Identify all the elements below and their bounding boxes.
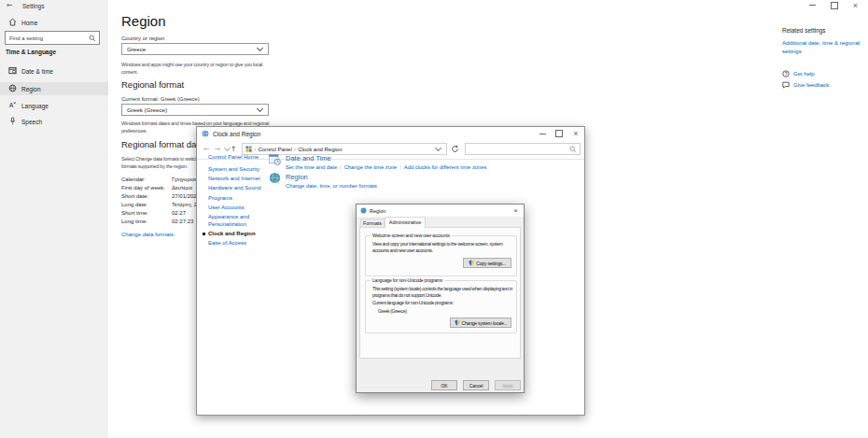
nav-forward-icon[interactable]: → xyxy=(215,145,220,153)
address-chevron-icon[interactable] xyxy=(435,145,441,151)
settings-window-title: Settings xyxy=(22,3,45,9)
desktop: { "icons": {"back":"←","forward":"→","up… xyxy=(0,0,868,438)
cp-sidebar-network-internet[interactable]: Network and Internet xyxy=(208,176,264,183)
maximize-icon xyxy=(831,2,838,9)
country-label: Country or region xyxy=(121,35,164,41)
cp-window-controls: × xyxy=(534,128,584,139)
control-panel-icon xyxy=(245,146,252,152)
refresh-button[interactable] xyxy=(451,145,459,154)
welcome-group-text: View and copy your international setting… xyxy=(372,241,512,253)
region-dialog-icon xyxy=(360,207,367,214)
cp-sidebar-home[interactable]: Control Panel Home xyxy=(208,154,259,160)
cp-close-button[interactable]: × xyxy=(567,128,584,139)
tab-formats[interactable]: Formats xyxy=(360,219,385,228)
refresh-icon xyxy=(451,145,459,153)
close-icon: × xyxy=(573,131,578,136)
region-dialog: Region × Formats Administrative Welcome … xyxy=(356,204,525,393)
minimize-icon xyxy=(539,134,546,134)
cp-sidebar-programs[interactable]: Programs xyxy=(208,195,264,203)
breadcrumb-control-panel[interactable]: Control Panel xyxy=(258,147,291,152)
change-time-zone-link[interactable]: Change the time zone xyxy=(344,164,398,170)
settings-window-controls: × xyxy=(802,0,866,10)
give-feedback-link: Give feedback xyxy=(793,82,829,88)
cp-sidebar-clock-region[interactable]: Clock and Region xyxy=(208,231,264,238)
data-description-line2: formats supported by the region. xyxy=(121,162,188,170)
non-unicode-group-legend: Language for non-Unicode programs xyxy=(371,277,444,283)
language-icon: A xyxy=(6,101,19,110)
search-icon xyxy=(569,146,577,153)
cp-region-heading[interactable]: Region xyxy=(286,173,308,181)
cp-maximize-button[interactable] xyxy=(551,128,567,139)
additional-settings-link-line2[interactable]: settings xyxy=(782,49,802,54)
non-unicode-text: This setting (system locale) controls th… xyxy=(372,286,512,298)
settings-close-button[interactable]: × xyxy=(845,0,866,10)
cp-sidebar-hardware-sound[interactable]: Hardware and Sound xyxy=(208,185,264,192)
get-help-link: Get help xyxy=(793,71,815,77)
dialog-title: Region xyxy=(370,208,385,214)
set-time-date-link[interactable]: Set the time and date xyxy=(286,164,337,170)
page-title: Region xyxy=(121,13,166,29)
change-formats-link[interactable]: Change date, time, or number formats xyxy=(286,183,377,189)
welcome-group: Welcome screen and new user accounts Vie… xyxy=(365,235,517,276)
sidebar-item-date-time[interactable]: Date & time xyxy=(0,64,108,78)
copy-settings-label: Copy settings... xyxy=(476,261,505,266)
give-feedback-row[interactable]: Give feedback xyxy=(782,81,829,89)
sidebar-label-region: Region xyxy=(21,86,41,92)
globe-icon xyxy=(6,84,19,93)
get-help-row[interactable]: ? Get help xyxy=(782,70,815,78)
sidebar-item-speech[interactable]: Speech xyxy=(0,115,108,128)
svg-text:A: A xyxy=(8,102,13,108)
cp-search-input[interactable] xyxy=(465,143,581,155)
current-language-value: Greek (Greece) xyxy=(378,308,407,315)
settings-back-button[interactable]: ← xyxy=(7,1,12,9)
uac-shield-icon xyxy=(455,319,460,327)
cp-minimize-button[interactable] xyxy=(534,128,551,139)
nav-up-icon[interactable]: ↑ xyxy=(231,145,236,153)
search-placeholder: Find a setting xyxy=(6,35,89,41)
cp-sidebar-system-security[interactable]: System and Security xyxy=(208,166,264,174)
cp-sidebar-ease-of-access[interactable]: Ease of Access xyxy=(208,240,264,247)
tab-administrative[interactable]: Administrative xyxy=(385,217,426,228)
crumb-separator: › xyxy=(254,146,256,152)
cp-sidebar-user-accounts[interactable]: User Accounts xyxy=(208,205,264,212)
settings-search-input[interactable]: Find a setting xyxy=(5,31,100,45)
cancel-button[interactable]: Cancel xyxy=(463,380,489,390)
current-language-label: Current language for non-Unicode program… xyxy=(372,300,454,306)
chevron-down-icon xyxy=(257,45,263,51)
crumb-separator: › xyxy=(294,146,296,152)
dialog-titlebar: Region × xyxy=(357,205,524,217)
cp-date-time-heading[interactable]: Date and Time xyxy=(286,154,331,162)
home-icon xyxy=(6,18,19,27)
change-system-locale-button[interactable]: Change system locale... xyxy=(450,318,511,328)
related-settings-heading: Related settings xyxy=(782,27,826,34)
cp-sidebar-appearance[interactable]: Appearance and Personalization xyxy=(208,214,264,228)
ok-button[interactable]: OK xyxy=(431,380,457,390)
cp-sidebar: System and Security Network and Internet… xyxy=(208,166,264,249)
regional-format-dropdown[interactable]: Greek (Greece) xyxy=(121,104,269,116)
settings-minimize-button[interactable] xyxy=(802,0,823,10)
uac-shield-icon xyxy=(469,260,474,267)
sidebar-section-title: Time & Language xyxy=(6,49,56,55)
row-label-long-time: Long time: xyxy=(121,219,147,224)
link-separator: | xyxy=(340,164,342,170)
country-description: Windows and apps might use your country … xyxy=(121,61,273,76)
dialog-close-button[interactable]: × xyxy=(508,205,524,217)
sidebar-item-home[interactable]: Home xyxy=(0,16,108,29)
sidebar-item-region[interactable]: Region xyxy=(0,82,108,95)
copy-settings-button[interactable]: Copy settings... xyxy=(463,258,511,268)
additional-settings-link[interactable]: Additional date, time & regional xyxy=(782,40,860,46)
feedback-icon xyxy=(782,81,790,89)
apply-button[interactable]: Apply xyxy=(495,380,521,390)
nav-history-chevron-icon[interactable] xyxy=(223,145,230,151)
settings-maximize-button[interactable] xyxy=(823,0,845,10)
nav-back-icon[interactable]: ← xyxy=(203,145,209,153)
add-clocks-link[interactable]: Add clocks for different time zones xyxy=(404,164,487,170)
calendar-clock-icon xyxy=(6,66,19,76)
breadcrumb-clock-region[interactable]: Clock and Region xyxy=(298,147,342,152)
sidebar-item-language[interactable]: A Language xyxy=(0,99,108,112)
change-data-formats-link[interactable]: Change data formats xyxy=(121,232,174,237)
sidebar-label-speech: Speech xyxy=(21,119,42,125)
cp-window-title: Clock and Region xyxy=(213,131,260,137)
country-dropdown[interactable]: Greece xyxy=(121,43,269,55)
region-globe-icon xyxy=(269,172,281,185)
